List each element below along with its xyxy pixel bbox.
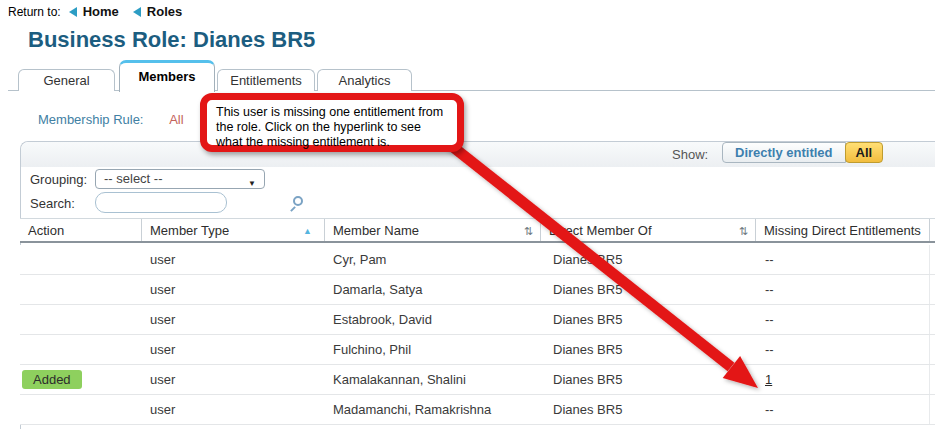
- membership-rule: Membership Rule: All: [38, 112, 184, 127]
- annotation-callout: This user is missing one entitlement fro…: [200, 93, 464, 152]
- cell-direct-member-of: Dianes BR5: [541, 252, 756, 267]
- column-header-action[interactable]: Action: [20, 219, 142, 241]
- directly-entitled-button[interactable]: Directly entitled: [722, 142, 846, 163]
- table-row: Added user Kamalakannan, Shalini Dianes …: [20, 365, 935, 395]
- cell-direct-member-of: Dianes BR5: [541, 372, 756, 387]
- cell-direct-member-of: Dianes BR5: [541, 312, 756, 327]
- cell-member-type: user: [142, 372, 325, 387]
- show-label: Show:: [672, 147, 708, 162]
- membership-rule-label: Membership Rule:: [38, 112, 144, 127]
- breadcrumb-link-roles[interactable]: Roles: [133, 4, 182, 19]
- grouping-label: Grouping:: [30, 172, 87, 187]
- tab-members[interactable]: Members: [119, 60, 215, 92]
- membership-rule-value: All: [169, 112, 183, 127]
- show-toggle: Directly entitled All: [722, 142, 883, 163]
- tab-entitlements[interactable]: Entitlements: [217, 69, 315, 91]
- table-row: user Damarla, Satya Dianes BR5 --: [20, 275, 935, 305]
- column-header-direct-member-of[interactable]: Direct Member Of⇅: [541, 219, 756, 241]
- table-row: user Madamanchi, Ramakrishna Dianes BR5 …: [20, 395, 935, 425]
- cell-direct-member-of: Dianes BR5: [541, 402, 756, 417]
- left-arrow-icon: [69, 7, 77, 17]
- cell-missing-entitlements: --: [756, 335, 930, 364]
- cell-member-type: user: [142, 402, 325, 417]
- search-icon[interactable]: [293, 196, 303, 206]
- column-header-member-name[interactable]: Member Name⇅: [325, 219, 541, 241]
- cell-action: Added: [20, 370, 142, 389]
- table-header: Action Member Type▲ Member Name⇅ Direct …: [20, 218, 935, 243]
- cell-missing-entitlements: --: [756, 275, 930, 304]
- cell-direct-member-of: Dianes BR5: [541, 342, 756, 357]
- tab-analytics[interactable]: Analytics: [317, 69, 412, 91]
- cell-direct-member-of: Dianes BR5: [541, 282, 756, 297]
- cell-member-name: Estabrook, David: [325, 312, 541, 327]
- page: Return to: Home Roles Business Role: Dia…: [0, 0, 935, 429]
- table-row: user Estabrook, David Dianes BR5 --: [20, 305, 935, 335]
- tab-general[interactable]: General: [18, 69, 115, 91]
- table-row: user Cyr, Pam Dianes BR5 --: [20, 245, 935, 275]
- breadcrumb-link-home[interactable]: Home: [69, 4, 119, 19]
- grouping-select[interactable]: -- select -- ▼: [95, 169, 265, 189]
- added-badge: Added: [22, 370, 82, 389]
- cell-member-name: Cyr, Pam: [325, 252, 541, 267]
- column-header-member-type[interactable]: Member Type▲: [142, 219, 325, 241]
- cell-member-type: user: [142, 342, 325, 357]
- all-button[interactable]: All: [845, 142, 884, 163]
- search-input[interactable]: [95, 192, 227, 213]
- return-to-label: Return to:: [8, 5, 61, 19]
- cell-member-name: Fulchino, Phil: [325, 342, 541, 357]
- table-row: user Fulchino, Phil Dianes BR5 --: [20, 335, 935, 365]
- cell-missing-entitlements: --: [756, 245, 930, 274]
- left-arrow-icon: [133, 7, 141, 17]
- column-header-missing-direct-entitlements[interactable]: Missing Direct Entitlements: [756, 219, 930, 241]
- page-title: Business Role: Dianes BR5: [28, 27, 315, 53]
- cell-missing-entitlements: --: [756, 395, 930, 424]
- cell-member-type: user: [142, 252, 325, 267]
- search-label: Search:: [30, 196, 75, 211]
- cell-member-type: user: [142, 282, 325, 297]
- cell-member-name: Damarla, Satya: [325, 282, 541, 297]
- cell-member-name: Kamalakannan, Shalini: [325, 372, 541, 387]
- sort-icon: ⇅: [739, 220, 748, 243]
- cell-member-type: user: [142, 312, 325, 327]
- cell-missing-entitlements: 1: [756, 365, 930, 394]
- chevron-down-icon: ▼: [248, 175, 256, 193]
- missing-entitlements-link[interactable]: 1: [765, 372, 772, 387]
- grouping-selected-value: -- select --: [104, 171, 163, 186]
- cell-missing-entitlements: --: [756, 305, 930, 334]
- table-body: user Cyr, Pam Dianes BR5 -- user Damarla…: [20, 245, 935, 425]
- sort-icon: ⇅: [524, 220, 533, 243]
- breadcrumb: Return to: Home Roles: [8, 4, 196, 19]
- sort-ascending-icon: ▲: [303, 220, 312, 243]
- cell-member-name: Madamanchi, Ramakrishna: [325, 402, 541, 417]
